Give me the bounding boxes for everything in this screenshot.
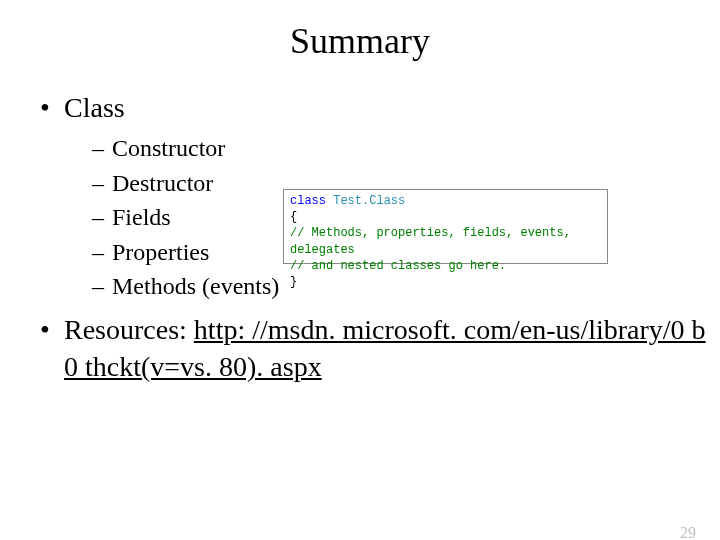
code-line-5: }: [290, 274, 601, 290]
page-number: 29: [680, 524, 696, 540]
slide: Summary Class Constructor Destructor Fie…: [0, 20, 720, 540]
bullet-class-label: Class: [64, 92, 125, 123]
code-line-1: class Test.Class: [290, 193, 601, 209]
code-comment-2: // and nested classes go here.: [290, 259, 506, 273]
resources-prefix: Resources:: [64, 314, 194, 345]
bullet-resources: Resources: http: //msdn. microsoft. com/…: [40, 312, 720, 385]
subbullet-constructor: Constructor: [92, 132, 720, 164]
slide-title: Summary: [0, 20, 720, 62]
code-keyword-class: class: [290, 194, 326, 208]
code-snippet-box: class Test.Class { // Methods, propertie…: [283, 189, 608, 264]
code-typename: Test.Class: [333, 194, 405, 208]
code-comment-1: // Methods, properties, fields, events, …: [290, 226, 571, 256]
code-line-2: {: [290, 209, 601, 225]
code-line-3: // Methods, properties, fields, events, …: [290, 225, 601, 257]
code-line-4: // and nested classes go here.: [290, 258, 601, 274]
